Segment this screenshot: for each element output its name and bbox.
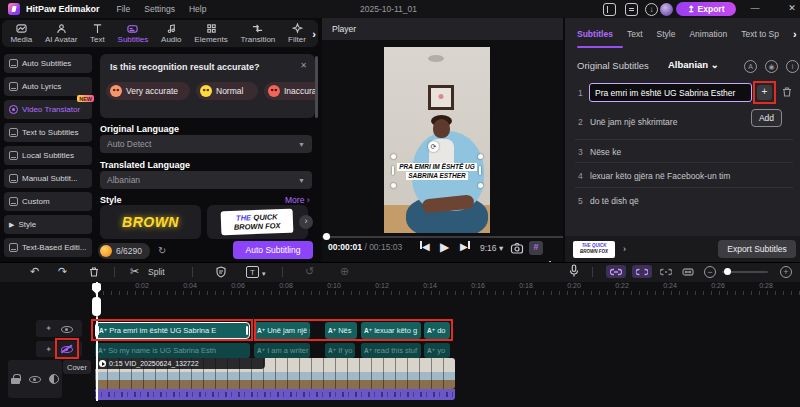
link-clips-icon[interactable] xyxy=(606,265,626,278)
subtitle-language-select[interactable]: Albanian ⌄ xyxy=(668,59,719,70)
sidebar-item-manual-subtitles[interactable]: Manual Subtit... xyxy=(4,169,92,188)
selection-side-handle[interactable] xyxy=(479,166,481,175)
eye-icon[interactable] xyxy=(28,373,41,385)
split-link-icon[interactable] xyxy=(632,265,652,278)
tab-text[interactable]: Text xyxy=(84,23,111,44)
subtitle-style-thumbnail[interactable]: THE QUICK BROWN FOX xyxy=(573,241,615,258)
play-button[interactable]: ▶ xyxy=(440,241,449,253)
playhead-grip[interactable] xyxy=(92,297,101,316)
user-avatar[interactable] xyxy=(660,3,673,16)
text-tool-icon[interactable]: T xyxy=(246,266,259,278)
selection-handle[interactable] xyxy=(478,154,483,159)
selection-handle[interactable] xyxy=(478,183,483,188)
timeline-ruler[interactable]: 0:02 0:04 0:06 0:08 0:10 0:12 0:14 0:16 … xyxy=(95,282,800,295)
subtitle-row-text[interactable]: do të dish që xyxy=(590,196,639,206)
sidebar-item-custom[interactable]: Custom xyxy=(4,192,92,211)
auto-icon[interactable]: ✦ xyxy=(45,345,52,354)
subtitle-row-text[interactable]: Unë jam një shkrimtare xyxy=(590,117,677,127)
tab-text-to-speech-panel[interactable]: Text to Sp xyxy=(741,29,779,39)
selection-side-handle[interactable] xyxy=(392,166,394,175)
zoom-in-icon[interactable]: + xyxy=(780,266,792,278)
tab-subtitles[interactable]: Subtitles xyxy=(111,23,154,44)
subtitle-row-text[interactable]: lexuar këto gjëra në Facebook-un tim xyxy=(590,171,730,181)
fit-timeline-icon[interactable] xyxy=(678,265,698,278)
lock-icon[interactable] xyxy=(11,374,20,384)
video-preview[interactable]: PRA EMRI IM ËSHTË UG SABRINA ESTHER ⟳ xyxy=(384,47,490,233)
redo-icon[interactable]: ↷ xyxy=(58,265,67,278)
tab-animation-panel[interactable]: Animation xyxy=(689,29,727,39)
previous-frame-button[interactable]: ◀ xyxy=(420,241,430,253)
layout-panels-icon[interactable] xyxy=(603,3,616,16)
split-scissors-icon[interactable]: ✂ xyxy=(130,265,139,278)
aspect-ratio-select[interactable]: 9:16 ▾ xyxy=(480,243,503,253)
sidebar-item-auto-subtitles[interactable]: Auto Subtitles xyxy=(4,54,92,73)
original-language-select[interactable]: Auto Detect▼ xyxy=(100,135,312,153)
subtitle-edit-input[interactable] xyxy=(589,83,752,102)
zoom-slider-handle[interactable] xyxy=(724,268,731,275)
close-icon[interactable]: ✕ xyxy=(300,61,307,70)
inaccurate-button[interactable]: Inaccurate xyxy=(264,82,315,100)
unlink-icon[interactable] xyxy=(656,265,676,278)
export-subtitles-button[interactable]: Export Subtitles xyxy=(718,240,796,258)
video-clip[interactable]: 0:15 VID_20250624_132722 xyxy=(95,358,455,389)
contrast-icon[interactable] xyxy=(49,374,59,384)
menu-help[interactable]: Help xyxy=(189,4,206,14)
tab-ai-avatar[interactable]: AI Avatar xyxy=(39,23,84,44)
tab-media[interactable]: Media xyxy=(4,23,39,44)
microphone-icon[interactable] xyxy=(568,264,580,278)
style-card-fox[interactable]: THE QUICK BROWN FOX xyxy=(207,205,308,239)
close-button[interactable]: ✕ xyxy=(785,1,799,16)
subtitle-check-icon[interactable] xyxy=(215,266,227,278)
text-tool-caret[interactable]: ▾ xyxy=(262,267,266,280)
sidebar-item-local-subtitles[interactable]: Local Subtitles xyxy=(4,146,92,165)
tab-subtitles-panel[interactable]: Subtitles xyxy=(577,29,613,39)
sidebar-item-text-to-subtitles[interactable]: Text to Subtitles xyxy=(4,123,92,142)
sidebar-item-style[interactable]: ▶Style xyxy=(4,215,92,234)
add-button[interactable]: Add xyxy=(751,109,782,127)
style-next-chevron[interactable]: › xyxy=(299,215,313,229)
sidebar-item-text-based-editing[interactable]: Text-Based Editi... xyxy=(4,238,92,257)
eye-icon[interactable] xyxy=(60,323,73,335)
auto-translate-icon[interactable]: A xyxy=(744,60,757,73)
tab-style-panel[interactable]: Style xyxy=(657,29,676,39)
tabs-expand-chevron[interactable]: › xyxy=(793,28,797,40)
player-seekbar[interactable] xyxy=(322,236,563,238)
style-bar-chevron[interactable]: › xyxy=(623,244,626,254)
style-card-brown[interactable]: BROWN xyxy=(100,205,201,239)
menu-settings[interactable]: Settings xyxy=(144,4,175,14)
menu-file[interactable]: File xyxy=(117,4,131,14)
feedback-icon[interactable] xyxy=(625,3,638,16)
subtitle-clip-hidden[interactable]: A⁺I am a writer xyxy=(254,343,310,358)
audio-waveform-strip[interactable] xyxy=(95,389,455,400)
minimize-button[interactable]: — xyxy=(748,1,762,16)
rotate-handle-icon[interactable]: ⟳ xyxy=(428,141,439,152)
translated-language-select[interactable]: Albanian▼ xyxy=(100,171,312,189)
ribbon-expand-chevron[interactable]: › xyxy=(312,28,316,40)
selection-handle[interactable] xyxy=(391,154,396,159)
split-label[interactable]: Split xyxy=(148,267,165,277)
info-icon[interactable]: i xyxy=(786,60,799,73)
tab-filter[interactable]: Filter xyxy=(282,23,313,44)
tab-elements[interactable]: Elements xyxy=(188,23,234,44)
grid-icon[interactable]: # xyxy=(529,241,543,255)
refresh-icon[interactable]: ↻ xyxy=(158,245,166,256)
target-icon[interactable]: ◉ xyxy=(765,60,778,73)
subtitle-clip-hidden[interactable]: A⁺read this stuf xyxy=(361,343,421,358)
normal-button[interactable]: Normal xyxy=(196,82,258,100)
subtitle-clip-hidden[interactable]: A⁺yo xyxy=(424,343,450,358)
zoom-out-icon[interactable]: − xyxy=(704,266,716,278)
cover-button[interactable]: Cover xyxy=(63,360,91,374)
panel-scrollbar[interactable] xyxy=(315,56,318,118)
subtitle-clip-hidden[interactable]: A⁺If yo xyxy=(325,343,355,358)
selection-handle[interactable] xyxy=(391,183,396,188)
next-frame-button[interactable]: ▶ xyxy=(460,241,470,253)
sidebar-item-video-translator[interactable]: Video TranslatorNEW xyxy=(4,100,92,119)
tab-text-panel[interactable]: Text xyxy=(627,29,643,39)
delete-subtitle-icon[interactable] xyxy=(781,86,793,98)
auto-icon[interactable]: ✦ xyxy=(45,324,52,333)
very-accurate-button[interactable]: Very accurate xyxy=(106,82,190,100)
subtitle-clip-hidden[interactable]: A⁺So my name is UG Sabrina Esth xyxy=(95,343,250,358)
tab-audio[interactable]: Audio xyxy=(155,23,188,44)
style-more-link[interactable]: More › xyxy=(285,195,310,205)
snapshot-icon[interactable] xyxy=(510,241,524,255)
